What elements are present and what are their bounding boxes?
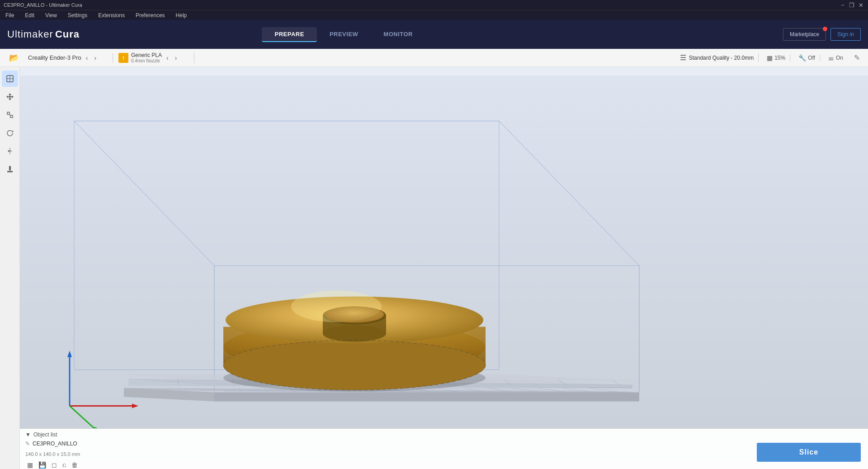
support-icon: 🔧 (798, 54, 806, 62)
tab-monitor[interactable]: MONITOR (371, 27, 425, 42)
slice-button[interactable]: Slice (757, 443, 861, 462)
material-section: ! Generic PLA 0.4mm Nozzle ‹ › (113, 52, 194, 63)
svg-marker-11 (10, 150, 12, 152)
quality-icon: ☰ (680, 53, 686, 62)
header-right: Marketplace Sign in (783, 28, 861, 41)
logo-light: Ultimaker (7, 28, 53, 40)
menu-extensions[interactable]: Extensions (96, 11, 127, 19)
nav-tabs: PREPARE PREVIEW MONITOR (262, 27, 425, 42)
support-label: Off (808, 55, 815, 61)
tab-prepare[interactable]: PREPARE (262, 27, 316, 42)
titlebar-controls: − ❒ ✕ (839, 1, 864, 9)
marketplace-button[interactable]: Marketplace (783, 28, 826, 41)
action-remove-all[interactable]: ◻ (50, 460, 59, 469)
material-chevron-left[interactable]: ‹ (165, 53, 170, 62)
svg-line-7 (9, 114, 10, 115)
titlebar: CE3PRO_ANILLO - Ultimaker Cura − ❒ ✕ (0, 0, 868, 10)
object-actions: ▦ 💾 ◻ ⎌ 🗑 (25, 460, 863, 469)
tool-mirror[interactable] (2, 143, 18, 159)
material-info: Generic PLA 0.4mm Nozzle (131, 52, 162, 63)
adhesion-icon: ⚌ (828, 54, 834, 62)
menu-edit[interactable]: Edit (23, 11, 36, 19)
open-folder-button[interactable]: 📂 (5, 51, 23, 65)
tool-select[interactable] (2, 71, 18, 87)
logo-bold: Cura (55, 28, 80, 40)
menu-help[interactable]: Help (174, 11, 189, 19)
svg-rect-6 (10, 115, 13, 118)
action-save[interactable]: 💾 (37, 460, 48, 469)
viewport[interactable]: ▼ Object list ✎ CE3PRO_ANILLO 140.0 x 14… (20, 67, 868, 469)
subtoolbar: 📂 Creality Ender-3 Pro ‹ › ! Generic PLA… (0, 49, 868, 67)
main-area: ▼ Object list ✎ CE3PRO_ANILLO 140.0 x 14… (0, 67, 868, 469)
printer-section: Creality Ender-3 Pro ‹ › (23, 53, 113, 62)
object-name: CE3PRO_ANILLO (33, 441, 77, 447)
infill-section: ▦ 15% (762, 54, 790, 62)
adhesion-label: On (836, 55, 843, 61)
titlebar-title: CE3PRO_ANILLO - Ultimaker Cura (4, 2, 82, 8)
adhesion-section: ⚌ On (824, 54, 848, 62)
tool-move[interactable] (2, 89, 18, 105)
svg-marker-8 (12, 130, 14, 132)
support-section: 🔧 Off (794, 54, 820, 62)
tool-support[interactable] (2, 161, 18, 177)
infill-label: 15% (774, 55, 785, 61)
svg-rect-13 (7, 171, 13, 172)
infill-icon: ▦ (767, 54, 773, 62)
slice-button-container: Slice (757, 443, 861, 462)
material-icon: ! (118, 53, 128, 63)
material-name: Generic PLA (131, 52, 162, 58)
pencil-icon: ✎ (25, 441, 30, 447)
menubar: File Edit View Settings Extensions Prefe… (0, 10, 868, 20)
quality-label: Standard Quality - 20.0mm (689, 55, 754, 61)
menu-file[interactable]: File (4, 11, 16, 19)
signin-button[interactable]: Sign in (830, 28, 861, 41)
object-list-header[interactable]: ▼ Object list (25, 431, 863, 438)
svg-rect-5 (7, 112, 9, 114)
quality-section: ☰ Standard Quality - 20.0mm (675, 53, 759, 62)
tool-rotate[interactable] (2, 125, 18, 141)
svg-point-81 (325, 307, 384, 323)
printer-chevron-left[interactable]: ‹ (84, 53, 90, 62)
tool-scale[interactable] (2, 107, 18, 123)
tab-preview[interactable]: PREVIEW (317, 27, 371, 42)
logo: Ultimaker Cura (7, 28, 80, 40)
svg-point-76 (223, 341, 486, 390)
svg-rect-12 (9, 166, 11, 171)
close-button[interactable]: ✕ (857, 1, 864, 9)
marketplace-label: Marketplace (790, 31, 819, 38)
menu-view[interactable]: View (43, 11, 59, 19)
minimize-button[interactable]: − (839, 1, 846, 9)
object-item: ✎ CE3PRO_ANILLO (25, 440, 863, 448)
object-dims: 140.0 x 140.0 x 15.0 mm (25, 450, 863, 458)
settings-edit-button[interactable]: ✎ (851, 52, 863, 63)
subtoolbar-right: ☰ Standard Quality - 20.0mm ▦ 15% 🔧 Off … (675, 52, 863, 63)
menu-preferences[interactable]: Preferences (134, 11, 167, 19)
restore-button[interactable]: ❒ (848, 1, 855, 9)
object-dimensions: 140.0 x 140.0 x 15.0 mm (25, 451, 80, 457)
printer-chevron-right[interactable]: › (92, 53, 98, 62)
bottom-panel: ▼ Object list ✎ CE3PRO_ANILLO 140.0 x 14… (20, 428, 868, 469)
action-undo[interactable]: ⎌ (61, 460, 68, 469)
svg-marker-56 (214, 393, 639, 402)
svg-point-79 (323, 326, 386, 342)
titlebar-left: CE3PRO_ANILLO - Ultimaker Cura (4, 2, 82, 8)
svg-rect-16 (20, 76, 868, 460)
printer-name: Creality Ender-3 Pro (28, 54, 81, 61)
material-nozzle: 0.4mm Nozzle (131, 58, 162, 63)
action-arrange[interactable]: ▦ (25, 460, 35, 469)
collapse-icon: ▼ (25, 431, 31, 438)
object-list-title: Object list (33, 431, 57, 438)
svg-marker-10 (8, 150, 9, 152)
left-sidebar (0, 67, 20, 469)
scene-svg (20, 67, 868, 469)
notification-dot (823, 27, 827, 31)
material-chevron-right[interactable]: › (173, 53, 179, 62)
menu-settings[interactable]: Settings (66, 11, 89, 19)
header: Ultimaker Cura PREPARE PREVIEW MONITOR M… (0, 20, 868, 49)
action-delete[interactable]: 🗑 (70, 460, 80, 469)
